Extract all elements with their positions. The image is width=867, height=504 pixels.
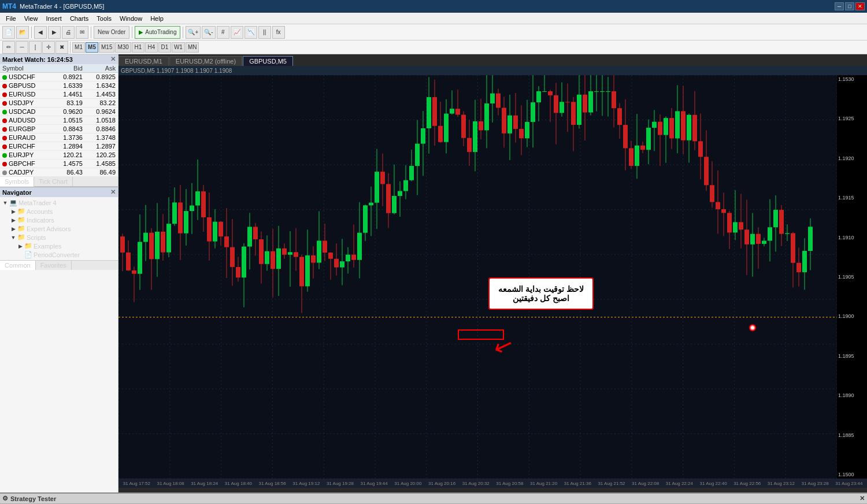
tf-w1[interactable]: W1: [172, 42, 185, 53]
open-btn[interactable]: 📂: [16, 26, 29, 39]
computer-icon: 💻: [9, 199, 17, 206]
tab-eurusd-m2[interactable]: EURUSD,M2 (offline): [169, 56, 242, 66]
price-2: 1.1925: [838, 116, 866, 121]
market-watch-row[interactable]: EURUSD 1.4451 1.4453: [0, 90, 118, 99]
market-watch-title: Market Watch: 16:24:53: [2, 56, 73, 63]
tab-symbols[interactable]: Symbols: [0, 177, 34, 187]
menu-window[interactable]: Window: [116, 14, 146, 23]
minimize-button[interactable]: ─: [835, 2, 844, 10]
annotation-line2: اصبح كل دفيقتين: [498, 294, 584, 303]
zoom-out-btn[interactable]: 🔍-: [202, 26, 215, 39]
hline-btn[interactable]: |: [29, 41, 42, 54]
bid-cell: 83.19: [52, 99, 85, 108]
indicators-btn[interactable]: fx: [272, 26, 285, 39]
pencil-btn[interactable]: ✏: [2, 41, 15, 54]
time-label-4: 31 Aug 18:40: [221, 481, 255, 486]
ask-cell: 0.9624: [85, 108, 118, 116]
nav-tree: ▼ 💻 MetaTrader 4 ▶ 📁 Accounts ▶ 📁 Indica…: [0, 197, 118, 260]
print-btn[interactable]: 🖨: [62, 26, 75, 39]
tab-gbpusd-m5[interactable]: GBPUSD,M5: [243, 56, 293, 66]
autotrading-btn[interactable]: ▶ AutoTrading: [135, 26, 180, 39]
grid-btn[interactable]: #: [217, 26, 229, 39]
crosshair-btn[interactable]: ✛: [42, 41, 55, 54]
zoom-in-btn[interactable]: 🔍+: [186, 26, 201, 39]
market-watch-row[interactable]: EURCHF 1.2894 1.2897: [0, 142, 118, 151]
menu-view[interactable]: View: [21, 14, 42, 23]
market-watch: Market Watch: 16:24:53 ✕ Symbol Bid Ask …: [0, 54, 118, 187]
tf-m1[interactable]: M1: [72, 42, 85, 53]
chart-btn3[interactable]: ||: [258, 26, 271, 39]
chart-btn2[interactable]: 📉: [244, 26, 257, 39]
nav-indicators[interactable]: ▶ 📁 Indicators: [1, 216, 117, 224]
ask-cell: 1.3748: [85, 134, 118, 142]
nav-tab-common[interactable]: Common: [0, 261, 36, 270]
nav-examples[interactable]: ▶ 📁 Examples: [1, 242, 117, 250]
market-watch-row[interactable]: GBPCHF 1.4575 1.4585: [0, 160, 118, 168]
nav-period-converter[interactable]: 📄 PeriodConverter: [1, 250, 117, 259]
menu-insert[interactable]: Insert: [42, 14, 65, 23]
ask-cell: 0.8925: [85, 73, 118, 81]
tab-eurusd-m1[interactable]: EURUSD,M1: [118, 56, 169, 66]
bid-cell: 0.8843: [52, 125, 85, 134]
market-watch-scroll[interactable]: Symbol Bid Ask USDCHF 0.8921 0.8925 GBPU…: [0, 64, 118, 177]
market-watch-row[interactable]: USDCAD 0.9620 0.9624: [0, 108, 118, 116]
price-11: 1.1500: [838, 472, 866, 477]
market-watch-row[interactable]: USDCHF 0.8921 0.8925: [0, 73, 118, 81]
menu-help[interactable]: Help: [147, 14, 167, 23]
chart-scrollbar[interactable]: [118, 488, 867, 492]
line-btn[interactable]: ─: [16, 41, 28, 54]
time-label-8: 31 Aug 19:44: [357, 481, 391, 486]
navigator-header: Navigator ✕: [0, 187, 118, 197]
market-watch-row[interactable]: AUDUSD 1.0515 1.0518: [0, 116, 118, 125]
new-order-btn[interactable]: New Order: [94, 26, 129, 39]
menu-tools[interactable]: Tools: [93, 14, 115, 23]
ask-cell: 83.22: [85, 99, 118, 108]
market-watch-close[interactable]: ✕: [110, 55, 116, 63]
bid-cell: 1.2894: [52, 142, 85, 151]
nav-scripts[interactable]: ▼ 📁 Scripts: [1, 233, 117, 242]
symbol-cell: CADJPY: [0, 168, 52, 177]
nav-expert-advisors[interactable]: ▶ 📁 Expert Advisors: [1, 224, 117, 233]
tf-m15[interactable]: M15: [99, 42, 114, 53]
navigator-bottom-tabs: Common Favorites: [0, 260, 118, 270]
chart-tabs: EURUSD,M1 EURUSD,M2 (offline) GBPUSD,M5: [118, 54, 867, 66]
annotation-line1: لاحظ توقيت بداية الشمعه: [498, 284, 584, 294]
price-chart[interactable]: [118, 75, 837, 479]
delete-btn[interactable]: ✖: [55, 41, 68, 54]
symbol-cell: USDCHF: [0, 73, 52, 81]
tf-mn[interactable]: MN: [186, 42, 199, 53]
back-btn[interactable]: ◀: [34, 26, 47, 39]
st-toggle[interactable]: ✕: [859, 495, 865, 502]
nav-metatrader4[interactable]: ▼ 💻 MetaTrader 4: [1, 198, 117, 207]
market-watch-row[interactable]: EURGBP 0.8843 0.8846: [0, 125, 118, 134]
close-button[interactable]: ✕: [855, 2, 865, 10]
chart-canvas-wrapper[interactable]: لاحظ توقيت بداية الشمعه اصبح كل دفيقتين …: [118, 75, 867, 479]
title-bar-controls[interactable]: ─ □ ✕: [835, 2, 865, 10]
tf-h4[interactable]: H4: [145, 42, 158, 53]
navigator: Navigator ✕ ▼ 💻 MetaTrader 4 ▶ 📁 Account…: [0, 187, 118, 492]
tf-m5[interactable]: M5: [86, 42, 98, 53]
market-watch-row[interactable]: CADJPY 86.43 86.49: [0, 168, 118, 177]
nav-tab-favorites[interactable]: Favorites: [36, 261, 72, 270]
forward-btn[interactable]: ▶: [48, 26, 61, 39]
restore-button[interactable]: □: [845, 2, 854, 10]
menu-charts[interactable]: Charts: [66, 14, 92, 23]
email-btn[interactable]: ✉: [76, 26, 88, 39]
time-label-20: 31 Aug 23:12: [764, 481, 798, 486]
menu-file[interactable]: File: [2, 14, 20, 23]
new-btn[interactable]: 📄: [2, 26, 15, 39]
time-label-3: 31 Aug 18:24: [187, 481, 221, 486]
tf-h1[interactable]: H1: [132, 42, 144, 53]
market-watch-row[interactable]: EURJPY 120.21 120.25: [0, 151, 118, 160]
toolbar-main: 📄 📂 ◀ ▶ 🖨 ✉ New Order ▶ AutoTrading 🔍+ 🔍…: [0, 24, 867, 40]
nav-accounts[interactable]: ▶ 📁 Accounts: [1, 207, 117, 216]
market-watch-row[interactable]: USDJPY 83.19 83.22: [0, 99, 118, 108]
tf-d1[interactable]: D1: [158, 42, 171, 53]
chart-btn1[interactable]: 📈: [231, 26, 243, 39]
navigator-close[interactable]: ✕: [110, 188, 116, 196]
tf-m30[interactable]: M30: [115, 42, 131, 53]
market-watch-row[interactable]: GBPUSD 1.6339 1.6342: [0, 81, 118, 90]
folder-ea-icon: 📁: [17, 225, 25, 232]
tab-tick-chart[interactable]: Tick Chart: [34, 177, 73, 186]
market-watch-row[interactable]: EURAUD 1.3736 1.3748: [0, 134, 118, 142]
